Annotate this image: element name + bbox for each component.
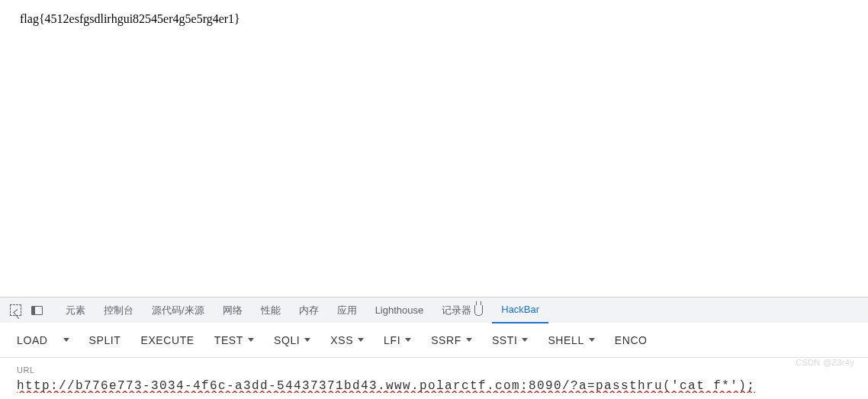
load-label: LOAD (17, 334, 48, 346)
url-section: URL (0, 358, 868, 399)
device-toolbar-icon[interactable] (26, 300, 47, 321)
encoding-button[interactable]: ENCO (606, 323, 657, 358)
dropdown-icon (358, 338, 364, 342)
inspect-element-icon[interactable] (5, 300, 26, 321)
lfi-button[interactable]: LFI (375, 323, 420, 358)
load-button[interactable]: LOAD (8, 323, 79, 358)
tab-sources[interactable]: 源代码/来源 (143, 298, 214, 323)
devtools-tabbar: 元素 控制台 源代码/来源 网络 性能 内存 应用 Lighthouse 记录器… (0, 297, 868, 323)
dropdown-icon (589, 338, 595, 342)
tab-memory[interactable]: 内存 (290, 298, 328, 323)
tab-recorder-label: 记录器 (442, 304, 471, 317)
tab-lighthouse[interactable]: Lighthouse (366, 298, 433, 323)
test-label: TEST (214, 334, 243, 346)
tab-recorder[interactable]: 记录器 (432, 298, 492, 323)
dropdown-icon (248, 338, 254, 342)
xss-button[interactable]: XSS (321, 323, 373, 358)
flask-icon (474, 305, 483, 316)
xss-label: XSS (330, 334, 353, 346)
watermark: CSDN @Z3r4y (796, 358, 854, 367)
dropdown-icon (522, 338, 528, 342)
dropdown-icon (63, 338, 69, 342)
url-label: URL (17, 365, 851, 375)
split-button[interactable]: SPLIT (80, 323, 130, 358)
sqli-button[interactable]: SQLI (265, 323, 320, 358)
tab-application[interactable]: 应用 (328, 298, 366, 323)
ssti-button[interactable]: SSTI (483, 323, 538, 358)
tab-network[interactable]: 网络 (214, 298, 252, 323)
devtools-panel: 元素 控制台 源代码/来源 网络 性能 内存 应用 Lighthouse 记录器… (0, 297, 868, 399)
url-input[interactable] (17, 378, 851, 394)
dropdown-icon (304, 338, 310, 342)
ssrf-label: SSRF (431, 334, 461, 346)
hackbar-toolbar: LOAD SPLIT EXECUTE TEST SQLI XSS LFI SSR… (0, 323, 868, 358)
ssrf-button[interactable]: SSRF (422, 323, 481, 358)
shell-label: SHELL (548, 334, 583, 346)
tab-hackbar[interactable]: HackBar (492, 298, 548, 323)
page-body: flag{4512esfgsdlirhgui82545er4g5e5rg4er1… (0, 0, 868, 38)
tab-performance[interactable]: 性能 (252, 298, 290, 323)
tab-elements[interactable]: 元素 (56, 298, 95, 323)
execute-button[interactable]: EXECUTE (131, 323, 203, 358)
dropdown-icon (466, 338, 472, 342)
shell-button[interactable]: SHELL (538, 323, 603, 358)
dropdown-icon (405, 338, 411, 342)
sqli-label: SQLI (274, 334, 300, 346)
lfi-label: LFI (384, 334, 400, 346)
test-button[interactable]: TEST (205, 323, 263, 358)
flag-text: flag{4512esfgsdlirhgui82545er4g5e5rg4er1… (20, 12, 240, 25)
ssti-label: SSTI (492, 334, 518, 346)
tab-console[interactable]: 控制台 (95, 298, 143, 323)
